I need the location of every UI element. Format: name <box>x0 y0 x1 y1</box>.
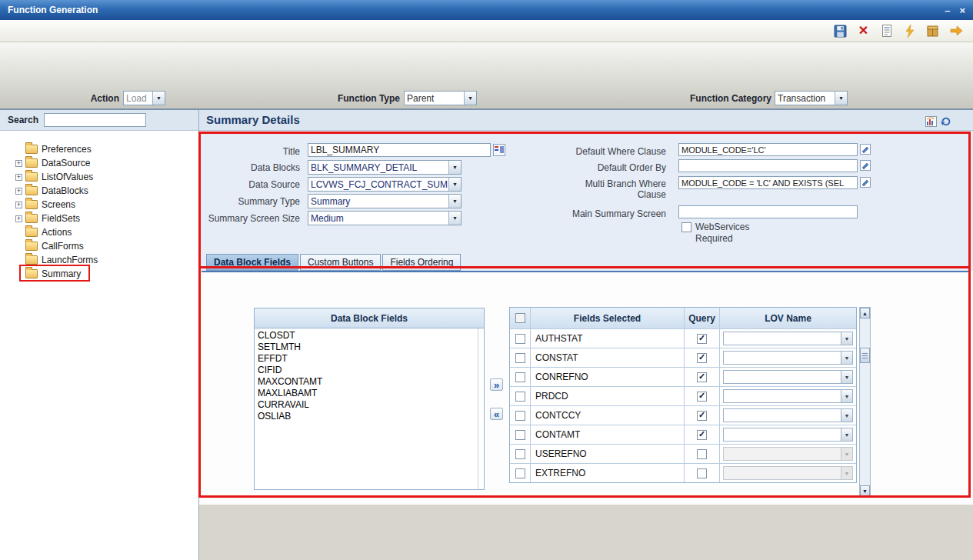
sidebar-item-datablocks[interactable]: +DataBlocks <box>0 184 197 198</box>
lov-name-dropdown[interactable]: ▼ <box>723 332 853 345</box>
query-checkbox[interactable] <box>697 392 707 402</box>
lov-lookup-icon[interactable] <box>493 144 505 156</box>
expand-icon[interactable]: + <box>15 202 22 208</box>
row-select-checkbox[interactable] <box>515 372 525 382</box>
query-checkbox[interactable] <box>697 449 707 459</box>
generate-icon[interactable] <box>901 23 918 39</box>
undo-icon[interactable] <box>939 115 951 127</box>
query-checkbox[interactable] <box>697 372 707 382</box>
multi-branch-where-label: Multi Branch Where Clause <box>566 178 666 200</box>
action-dropdown[interactable]: Load ▼ <box>123 91 165 105</box>
tab-fields-ordering[interactable]: Fields Ordering <box>382 254 461 271</box>
list-item[interactable]: SETLMTH <box>255 342 484 353</box>
list-item[interactable]: MAXLIABAMT <box>255 388 484 399</box>
list-item[interactable]: MAXCONTAMT <box>255 376 484 388</box>
sidebar-item-label: FieldSets <box>42 213 80 224</box>
main-summary-screen-field[interactable] <box>678 205 858 218</box>
list-item[interactable]: CURRAVAIL <box>255 399 484 411</box>
summary-screen-size-dropdown[interactable]: Medium ▼ <box>308 211 462 225</box>
window-title: Function Generation <box>0 5 98 15</box>
query-checkbox[interactable] <box>697 334 707 344</box>
list-item[interactable]: CIFID <box>255 365 484 376</box>
scroll-down-icon[interactable]: ▼ <box>860 485 870 496</box>
summary-type-label: Summary Type <box>192 196 300 207</box>
lov-name-dropdown[interactable]: ▼ <box>723 466 853 480</box>
row-select-checkbox[interactable] <box>515 392 525 402</box>
expand-icon[interactable]: + <box>15 188 22 195</box>
webservices-required-checkbox[interactable] <box>681 222 691 232</box>
summary-type-dropdown[interactable]: Summary ▼ <box>308 194 462 208</box>
function-type-label: Function Type <box>308 93 400 104</box>
summary-type-value: Summary <box>308 195 448 208</box>
query-checkbox[interactable] <box>697 411 707 421</box>
chevron-down-icon: ▼ <box>841 467 852 479</box>
expand-icon[interactable]: + <box>15 160 22 167</box>
bottom-panel <box>199 505 973 560</box>
move-right-button[interactable]: » <box>490 378 503 391</box>
row-select-checkbox[interactable] <box>515 334 525 344</box>
tab-data-block-fields[interactable]: Data Block Fields <box>206 254 298 271</box>
query-checkbox[interactable] <box>697 353 707 363</box>
query-checkbox[interactable] <box>697 468 707 478</box>
row-select-checkbox[interactable] <box>515 353 525 363</box>
field-name: CONTCCY <box>530 406 684 425</box>
lov-name-dropdown[interactable]: ▼ <box>723 389 853 403</box>
data-source-dropdown[interactable]: LCVWS_FCJ_CONTRACT_SUM ▼ <box>308 177 462 192</box>
row-select-checkbox[interactable] <box>515 468 525 478</box>
sidebar-item-summary[interactable]: +Summary <box>0 267 197 281</box>
select-all-checkbox[interactable] <box>515 313 525 323</box>
sidebar-item-label: Screens <box>42 199 75 210</box>
table-scrollbar[interactable]: ▲ ▼ <box>859 307 871 497</box>
row-select-checkbox[interactable] <box>515 430 525 440</box>
data-block-fields-header: Data Block Fields <box>254 308 485 328</box>
delete-icon[interactable]: ✕ <box>855 23 871 39</box>
sidebar-item-callforms[interactable]: +CallForms <box>0 239 197 253</box>
move-left-button[interactable]: « <box>490 408 503 420</box>
lov-name-dropdown[interactable]: ▼ <box>723 370 853 384</box>
default-where-field[interactable] <box>678 143 858 156</box>
edit-clause-icon[interactable] <box>859 159 871 172</box>
function-type-dropdown[interactable]: Parent ▼ <box>404 91 477 105</box>
deploy-icon[interactable] <box>925 23 941 39</box>
field-name: AUTHSTAT <box>530 329 684 348</box>
sidebar-item-fieldsets[interactable]: +FieldSets <box>0 212 197 225</box>
list-item[interactable]: EFFDT <box>255 353 484 365</box>
scroll-up-icon[interactable]: ▲ <box>860 308 870 318</box>
chart-icon[interactable] <box>925 115 937 127</box>
sidebar-item-actions[interactable]: +Actions <box>0 225 197 239</box>
list-item[interactable]: OSLIAB <box>255 411 484 422</box>
row-select-checkbox[interactable] <box>515 449 525 459</box>
title-field[interactable] <box>308 143 491 157</box>
expand-icon[interactable]: + <box>15 215 22 222</box>
sidebar-item-listofvalues[interactable]: +ListOfValues <box>0 170 197 184</box>
sidebar-item-preferences[interactable]: +Preferences <box>0 142 197 156</box>
sidebar-item-datasource[interactable]: +DataSource <box>0 156 197 170</box>
table-row: EXTREFNO▼ <box>510 463 856 482</box>
function-generation-window: Function Generation – × ✕ Action Load ▼ <box>0 0 973 560</box>
list-item[interactable]: CLOSDT <box>255 330 484 342</box>
multi-branch-where-field[interactable] <box>678 176 858 189</box>
sidebar-item-label: DataBlocks <box>42 185 88 196</box>
query-checkbox[interactable] <box>697 430 707 440</box>
search-input[interactable] <box>44 113 146 127</box>
minimize-icon[interactable]: – <box>945 5 950 15</box>
edit-clause-icon[interactable] <box>859 143 871 155</box>
row-select-checkbox[interactable] <box>515 411 525 421</box>
edit-clause-icon[interactable] <box>859 176 871 188</box>
lov-name-dropdown[interactable]: ▼ <box>723 428 853 442</box>
report-icon[interactable] <box>878 23 895 39</box>
sidebar-item-launchforms[interactable]: +LaunchForms <box>0 253 197 267</box>
function-category-dropdown[interactable]: Transaction ▼ <box>775 91 848 105</box>
data-blocks-dropdown[interactable]: BLK_SUMMARY_DETAIL ▼ <box>308 160 462 175</box>
lov-name-dropdown[interactable]: ▼ <box>723 351 853 365</box>
tab-custom-buttons[interactable]: Custom Buttons <box>300 254 381 271</box>
forward-icon[interactable] <box>948 23 964 39</box>
lov-name-dropdown[interactable]: ▼ <box>723 408 853 422</box>
save-icon[interactable] <box>832 23 848 39</box>
default-order-field[interactable] <box>678 159 858 172</box>
expand-icon[interactable]: + <box>15 174 22 181</box>
lov-name-dropdown[interactable]: ▼ <box>723 447 853 461</box>
sidebar-item-screens[interactable]: +Screens <box>0 198 197 212</box>
scrollbar-thumb[interactable] <box>860 348 870 363</box>
close-icon[interactable]: × <box>959 5 965 15</box>
